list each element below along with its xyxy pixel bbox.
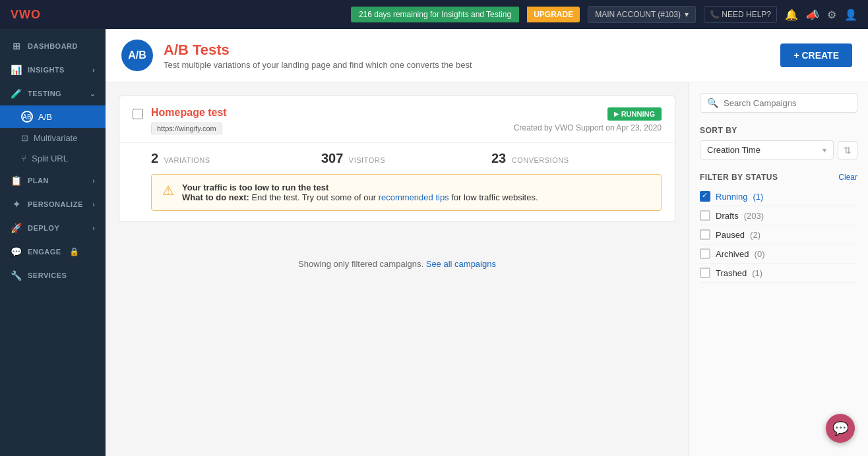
sidebar-item-plan[interactable]: 📋 PLAN › [0, 169, 106, 192]
stat-label-variations: VARIATIONS [164, 156, 210, 164]
need-help-button[interactable]: 📞 NEED HELP? [704, 6, 777, 23]
filter-checkbox-paused[interactable] [700, 229, 710, 240]
status-label: RUNNING [621, 110, 655, 118]
sort-section: SORT BY Creation Time ▾ ⇅ [700, 126, 857, 159]
sidebar-item-label: DASHBOARD [28, 42, 78, 50]
filter-checkbox-archived[interactable] [700, 248, 710, 259]
bell-icon[interactable]: 🔔 [785, 9, 798, 21]
campaign-main: Homepage test https://wingify.com ▶ RUNN… [106, 82, 689, 456]
alert-link[interactable]: recommended tips [379, 192, 449, 202]
stat-variations: 2 VARIATIONS [151, 151, 321, 166]
campaign-name[interactable]: Homepage test [151, 107, 227, 119]
chevron-right-icon: › [92, 225, 95, 232]
sidebar-item-engage[interactable]: 💬 ENGAGE 🔒 [0, 240, 106, 264]
upgrade-button[interactable]: UPGRADE [527, 7, 580, 22]
stat-conversions: 23 CONVERSIONS [491, 151, 662, 166]
filter-item-label-running: Running [716, 192, 747, 202]
chevron-down-icon: ⌄ [90, 90, 96, 98]
sidebar-item-label: SERVICES [28, 271, 67, 279]
campaign-card: Homepage test https://wingify.com ▶ RUNN… [119, 96, 675, 222]
filter-item-running: Running (1) [700, 187, 857, 206]
filter-item-paused: Paused (2) [700, 225, 857, 244]
chat-icon: 💬 [832, 420, 849, 436]
spliturl-icon: ⑂ [21, 154, 26, 163]
filter-info: Showing only filtered campaigns. See all… [119, 233, 675, 295]
topbar: VWO 216 days remaining for Insights and … [0, 0, 868, 29]
campaign-alert: ⚠ Your traffic is too low to run the tes… [151, 174, 662, 211]
filter-item-label-trashed: Trashed [716, 268, 747, 278]
clear-filter-link[interactable]: Clear [838, 173, 857, 182]
account-label: MAIN ACCOUNT (#103) [595, 10, 681, 19]
user-icon[interactable]: 👤 [844, 9, 857, 21]
play-icon: ▶ [614, 111, 619, 117]
filter-item-count-running: (1) [753, 192, 763, 202]
multivariate-icon: ⊡ [21, 133, 28, 143]
sidebar-item-deploy[interactable]: 🚀 DEPLOY › [0, 216, 106, 240]
account-chevron: ▾ [685, 10, 689, 19]
chat-bubble[interactable]: 💬 [826, 414, 855, 443]
filter-checkbox-running[interactable] [700, 191, 710, 202]
avatar: A/B [121, 40, 153, 71]
filter-item-trashed: Trashed (1) [700, 264, 857, 283]
engage-icon: 💬 [11, 246, 22, 257]
search-input[interactable] [724, 98, 850, 108]
sidebar-item-label: TESTING [28, 90, 61, 98]
sidebar-item-label: Multivariate [34, 133, 77, 143]
campaign-select-checkbox[interactable] [133, 109, 143, 119]
sidebar-item-services[interactable]: 🔧 SERVICES [0, 264, 106, 287]
sidebar-item-dashboard[interactable]: ⊞ DASHBOARD [0, 34, 106, 58]
filter-item-label-paused: Paused [716, 230, 745, 240]
settings-icon[interactable]: ⚙ [827, 9, 836, 21]
filter-item-count-paused: (2) [750, 230, 760, 240]
vwo-logo: VWO [11, 8, 41, 22]
topbar-icons: 🔔 📣 ⚙ 👤 [785, 9, 857, 21]
dashboard-icon: ⊞ [11, 41, 22, 51]
alert-next-label: What to do next: [182, 192, 249, 202]
ab-icon: AB [21, 111, 33, 123]
sidebar-item-label: A/B [38, 112, 52, 122]
chevron-right-icon: › [92, 201, 95, 208]
sidebar-item-spliturl[interactable]: ⑂ Split URL [0, 148, 106, 169]
page-subtitle: Test multiple variations of your landing… [164, 60, 770, 70]
sidebar: ⊞ DASHBOARD 📊 INSIGHTS › 🧪 TESTING ⌄ AB … [0, 29, 106, 456]
stat-value-visitors: 307 [321, 151, 343, 165]
testing-icon: 🧪 [11, 88, 22, 99]
sidebar-item-insights[interactable]: 📊 INSIGHTS › [0, 58, 106, 82]
sidebar-item-label: INSIGHTS [28, 66, 65, 74]
campaign-info: Homepage test https://wingify.com [151, 107, 227, 134]
search-icon: 🔍 [707, 98, 718, 108]
campaign-url-badge[interactable]: https://wingify.com [151, 123, 222, 134]
filter-checkbox-trashed[interactable] [700, 268, 710, 278]
page-title-group: A/B Tests Test multiple variations of yo… [164, 42, 770, 70]
filter-info-text: Showing only filtered campaigns. [298, 259, 426, 269]
sort-label: SORT BY [700, 126, 857, 135]
services-icon: 🔧 [11, 270, 22, 281]
sidebar-item-multivariate[interactable]: ⊡ Multivariate [0, 128, 106, 148]
filter-item-archived: Archived (0) [700, 244, 857, 264]
filter-label: FILTER BY STATUS Clear [700, 173, 857, 182]
chevron-right-icon: › [92, 177, 95, 185]
personalize-icon: ✦ [11, 199, 22, 210]
running-badge: ▶ RUNNING [607, 107, 662, 121]
sidebar-item-ab[interactable]: AB A/B [0, 105, 106, 128]
sidebar-item-testing[interactable]: 🧪 TESTING ⌄ [0, 82, 106, 105]
see-all-campaigns-link[interactable]: See all campaigns [426, 259, 496, 269]
sidebar-item-personalize[interactable]: ✦ PERSONALIZE › [0, 192, 106, 216]
filter-item-drafts: Drafts (203) [700, 206, 857, 225]
chevron-right-icon: › [92, 67, 95, 74]
sort-select[interactable]: Creation Time ▾ [700, 140, 834, 159]
filter-item-label-drafts: Drafts [716, 211, 739, 221]
sidebar-item-label: PLAN [28, 177, 49, 185]
filter-item-count-drafts: (203) [744, 211, 764, 221]
search-box: 🔍 [700, 93, 857, 113]
filter-checkbox-drafts[interactable] [700, 210, 710, 221]
sort-toggle-icon[interactable]: ⇅ [838, 141, 857, 159]
right-sidebar: 🔍 SORT BY Creation Time ▾ ⇅ [689, 82, 868, 456]
page-header: A/B A/B Tests Test multiple variations o… [106, 29, 868, 82]
megaphone-icon[interactable]: 📣 [806, 9, 819, 21]
account-selector[interactable]: MAIN ACCOUNT (#103) ▾ [588, 6, 696, 23]
page-title: A/B Tests [164, 42, 770, 59]
create-button[interactable]: + CREATE [780, 43, 852, 67]
filter-item-count-trashed: (1) [752, 268, 762, 278]
campaign-list-area: Homepage test https://wingify.com ▶ RUNN… [106, 82, 868, 456]
